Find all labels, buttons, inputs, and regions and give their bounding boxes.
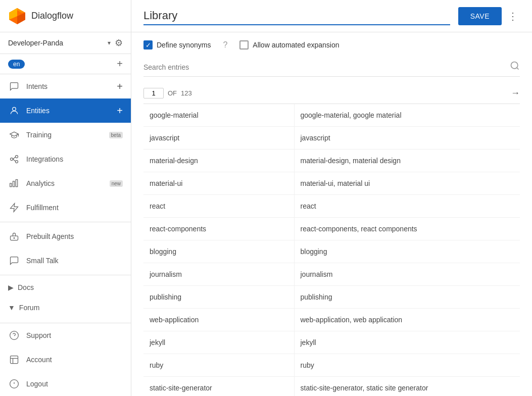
entity-key: google-material xyxy=(143,104,294,127)
sidebar-item-prebuilt-agents[interactable]: Prebuilt Agents xyxy=(0,224,131,249)
search-input[interactable] xyxy=(143,63,510,71)
table-row[interactable]: javascript javascript xyxy=(143,127,520,150)
language-chip[interactable]: en xyxy=(8,60,25,69)
svg-rect-11 xyxy=(13,181,15,187)
intents-label: Intents xyxy=(26,82,117,90)
nav-divider-1 xyxy=(0,222,131,222)
support-icon xyxy=(8,329,20,341)
training-badge: beta xyxy=(109,132,123,138)
sidebar-item-forum[interactable]: ▼ Forum xyxy=(0,298,131,318)
sidebar-item-docs[interactable]: ▶ Docs xyxy=(0,277,131,298)
logout-icon xyxy=(8,378,20,390)
table-row[interactable]: web-application web-application, web app… xyxy=(143,309,520,331)
entity-key: publishing xyxy=(143,286,294,309)
sidebar-item-logout[interactable]: Logout xyxy=(0,372,131,396)
svg-line-22 xyxy=(517,68,519,70)
add-intent-button[interactable]: + xyxy=(117,81,123,92)
entities-label: Entities xyxy=(26,107,117,115)
sidebar-item-entities[interactable]: Entities + xyxy=(0,98,131,123)
table-row[interactable]: publishing publishing xyxy=(143,286,520,309)
sidebar: Dialogflow Developer-Panda ▾ ⚙ en + Inte… xyxy=(0,0,131,396)
docs-chevron-icon: ▶ xyxy=(8,283,14,291)
entity-key: web-application xyxy=(143,309,294,331)
allow-expansion-checkbox[interactable] xyxy=(239,40,249,49)
docs-label: Docs xyxy=(18,283,123,291)
add-entity-button[interactable]: + xyxy=(117,105,123,117)
table-row[interactable]: material-ui material-ui, material ui xyxy=(143,172,520,195)
table-row[interactable]: material-design material-design, materia… xyxy=(143,150,520,172)
of-label: OF xyxy=(168,89,177,97)
svg-line-8 xyxy=(13,157,16,159)
define-synonyms-checkbox[interactable]: ✓ xyxy=(143,40,153,49)
more-options-button[interactable]: ⋮ xyxy=(506,8,520,24)
app-logo: Dialogflow xyxy=(0,0,131,32)
intents-icon xyxy=(8,80,20,92)
allow-expansion-checkbox-label[interactable]: Allow automated expansion xyxy=(239,40,339,49)
define-synonyms-checkbox-label[interactable]: ✓ Define synonyms xyxy=(143,40,211,49)
nav-divider-2 xyxy=(0,275,131,275)
prebuilt-agents-icon xyxy=(8,230,20,242)
svg-point-4 xyxy=(13,107,16,111)
svg-point-6 xyxy=(16,156,18,158)
table-row[interactable]: journalism journalism xyxy=(143,263,520,286)
entity-key: static-site-generator xyxy=(143,377,294,397)
entity-value: jekyll xyxy=(294,331,520,354)
pagination-row: OF 123 → xyxy=(143,83,520,104)
training-label: Training xyxy=(26,131,107,139)
account-name-label: Developer-Panda xyxy=(8,39,106,47)
next-page-button[interactable]: → xyxy=(511,88,520,98)
svg-marker-13 xyxy=(11,204,18,212)
svg-rect-10 xyxy=(10,183,12,187)
table-row[interactable]: static-site-generator static-site-genera… xyxy=(143,377,520,397)
entity-value: publishing xyxy=(294,286,520,309)
entity-value: ruby xyxy=(294,354,520,377)
table-row[interactable]: react react xyxy=(143,195,520,218)
prebuilt-agents-label: Prebuilt Agents xyxy=(26,232,123,240)
table-row[interactable]: react-components react-components, react… xyxy=(143,218,520,240)
table-row[interactable]: jekyll jekyll xyxy=(143,331,520,354)
entity-key: material-ui xyxy=(143,172,294,195)
entity-value: react-components, react components xyxy=(294,218,520,240)
search-box xyxy=(143,58,520,77)
add-language-button[interactable]: + xyxy=(117,58,123,70)
sidebar-item-training[interactable]: Training beta xyxy=(0,123,131,147)
settings-icon[interactable]: ⚙ xyxy=(115,37,123,48)
table-row[interactable]: ruby ruby xyxy=(143,354,520,377)
entity-value: react xyxy=(294,195,520,218)
entities-icon xyxy=(8,105,20,117)
entity-value: material-design, material design xyxy=(294,150,520,172)
entity-value: static-site-generator, static site gener… xyxy=(294,377,520,397)
entity-key: journalism xyxy=(143,263,294,286)
sidebar-item-intents[interactable]: Intents + xyxy=(0,74,131,98)
sidebar-item-integrations[interactable]: Integrations xyxy=(0,147,131,171)
define-synonyms-label: Define synonyms xyxy=(157,41,211,49)
forum-label: Forum xyxy=(19,304,123,312)
account-dropdown-icon[interactable]: ▾ xyxy=(108,39,111,46)
svg-point-15 xyxy=(14,238,15,239)
page-number-input[interactable] xyxy=(143,88,164,98)
entity-value: google-material, google material xyxy=(294,104,520,127)
save-button[interactable]: SAVE xyxy=(458,7,502,25)
entity-value: blogging xyxy=(294,240,520,263)
sidebar-item-support[interactable]: Support xyxy=(0,323,131,348)
svg-rect-18 xyxy=(11,356,18,364)
allow-expansion-label: Allow automated expansion xyxy=(253,41,339,49)
define-synonyms-help-icon[interactable]: ? xyxy=(223,40,227,49)
sidebar-item-small-talk[interactable]: Small Talk xyxy=(0,249,131,273)
sidebar-item-account[interactable]: Account xyxy=(0,348,131,372)
account-selector[interactable]: Developer-Panda ▾ ⚙ xyxy=(0,32,131,54)
sidebar-item-fulfillment[interactable]: Fulfillment xyxy=(0,195,131,220)
svg-point-7 xyxy=(16,161,18,163)
analytics-icon xyxy=(8,177,20,189)
svg-point-5 xyxy=(11,158,13,161)
page-title-input[interactable] xyxy=(143,7,450,25)
table-row[interactable]: google-material google-material, google … xyxy=(143,104,520,127)
options-row: ✓ Define synonyms ? Allow automated expa… xyxy=(131,32,532,58)
search-icon[interactable] xyxy=(510,61,520,73)
entity-value: journalism xyxy=(294,263,520,286)
sidebar-item-analytics[interactable]: Analytics new xyxy=(0,171,131,195)
main-header: SAVE ⋮ xyxy=(131,0,532,32)
table-row[interactable]: blogging blogging xyxy=(143,240,520,263)
entity-key: javascript xyxy=(143,127,294,150)
forum-chevron-icon: ▼ xyxy=(8,304,15,312)
